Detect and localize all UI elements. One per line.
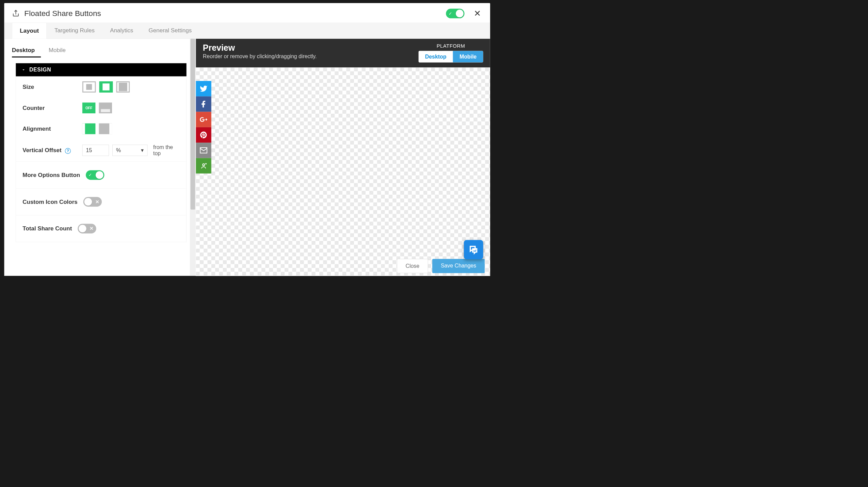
x-icon: ✕: [95, 199, 99, 205]
preview-canvas: [196, 67, 490, 276]
tab-layout[interactable]: Layout: [12, 22, 47, 39]
platform-btn-mobile[interactable]: Mobile: [453, 51, 483, 63]
platform-btn-desktop[interactable]: Desktop: [419, 51, 453, 63]
row-vertical-offset: Vertical Offset ? % ▾ from the top: [16, 139, 186, 162]
platform-label: PLATFORM: [419, 43, 483, 49]
chat-icon: [469, 245, 478, 254]
more-options-toggle[interactable]: ✓: [86, 170, 104, 180]
modal-header: Floated Share Buttons ✓ ✕: [4, 3, 490, 22]
pinterest-icon: [199, 131, 208, 139]
design-section: DESIGN Size Counter OFF: [16, 63, 186, 242]
share-btn-facebook[interactable]: [196, 96, 211, 112]
row-size: Size: [16, 76, 186, 97]
save-button[interactable]: Save Changes: [432, 259, 485, 273]
tabbar: Layout Targeting Rules Analytics General…: [4, 22, 490, 39]
size-option-medium[interactable]: [99, 81, 113, 93]
share-button-column: [196, 81, 211, 174]
scrollbar-thumb[interactable]: [191, 39, 195, 210]
enable-toggle[interactable]: ✓: [446, 9, 464, 18]
email-icon: [199, 146, 208, 155]
preview-panel: Preview Reorder or remove by clicking/dr…: [196, 39, 490, 276]
size-option-large[interactable]: [116, 81, 130, 93]
x-icon: ✕: [90, 226, 93, 231]
counter-label: Counter: [22, 105, 82, 111]
svg-point-0: [203, 164, 205, 166]
voffset-unit-select[interactable]: % ▾: [112, 145, 147, 156]
more-options-label: More Options Button: [22, 172, 80, 178]
share-btn-pinterest[interactable]: [196, 127, 211, 143]
subtab-mobile[interactable]: Mobile: [49, 44, 72, 58]
counter-option-on[interactable]: [99, 102, 112, 113]
voffset-suffix: from the top: [153, 144, 180, 157]
check-icon: ✓: [89, 173, 92, 178]
tab-targeting[interactable]: Targeting Rules: [47, 22, 102, 39]
chevron-down-icon: ▾: [141, 147, 144, 153]
row-more-options: More Options Button ✓: [16, 162, 186, 189]
preview-subtitle: Reorder or remove by clicking/dragging d…: [203, 53, 419, 60]
subtab-desktop[interactable]: Desktop: [12, 44, 41, 58]
facebook-icon: [199, 100, 208, 108]
size-label: Size: [22, 84, 82, 90]
row-custom-colors: Custom Icon Colors ✕: [16, 188, 186, 215]
total-share-label: Total Share Count: [22, 225, 72, 232]
chat-fab[interactable]: [464, 240, 483, 259]
googleplus-icon: [199, 115, 208, 124]
size-option-small[interactable]: [82, 81, 96, 93]
tab-analytics[interactable]: Analytics: [102, 22, 141, 39]
left-panel: Desktop Mobile DESIGN Size: [4, 39, 196, 276]
row-alignment: Alignment: [16, 118, 186, 139]
align-option-right[interactable]: [99, 123, 112, 134]
share-btn-googleplus[interactable]: [196, 112, 211, 127]
alignment-label: Alignment: [22, 126, 82, 132]
share-btn-twitter[interactable]: [196, 81, 211, 96]
row-counter: Counter OFF: [16, 98, 186, 118]
check-icon: ✓: [449, 11, 452, 16]
tab-general[interactable]: General Settings: [141, 22, 199, 39]
chevron-down-icon: [21, 67, 26, 72]
close-icon[interactable]: ✕: [472, 9, 482, 18]
custom-colors-toggle[interactable]: ✕: [83, 197, 102, 207]
help-icon[interactable]: ?: [65, 148, 71, 154]
footer: Close Save Changes: [196, 255, 490, 276]
row-total-share: Total Share Count ✕: [16, 215, 186, 242]
counter-option-off[interactable]: OFF: [82, 102, 96, 113]
preview-header: Preview Reorder or remove by clicking/dr…: [196, 39, 490, 67]
preview-title: Preview: [203, 43, 419, 52]
close-button[interactable]: Close: [397, 259, 428, 273]
share-btn-email[interactable]: [196, 143, 211, 158]
share-icon: [12, 10, 20, 17]
design-section-label: DESIGN: [29, 67, 51, 73]
custom-colors-label: Custom Icon Colors: [22, 198, 77, 205]
design-section-header[interactable]: DESIGN: [16, 63, 186, 77]
settings-modal: Floated Share Buttons ✓ ✕ Layout Targeti…: [4, 3, 490, 276]
subtabs: Desktop Mobile: [4, 39, 195, 58]
voffset-input[interactable]: [82, 145, 109, 156]
more-icon: [199, 162, 208, 170]
scrollbar[interactable]: [190, 39, 196, 276]
twitter-icon: [199, 85, 208, 93]
align-option-left[interactable]: [82, 123, 96, 134]
modal-title: Floated Share Buttons: [24, 9, 446, 18]
share-btn-more[interactable]: [196, 158, 211, 173]
platform-switcher: Desktop Mobile: [419, 51, 483, 63]
total-share-toggle[interactable]: ✕: [78, 224, 96, 233]
voffset-label: Vertical Offset ?: [22, 147, 82, 154]
